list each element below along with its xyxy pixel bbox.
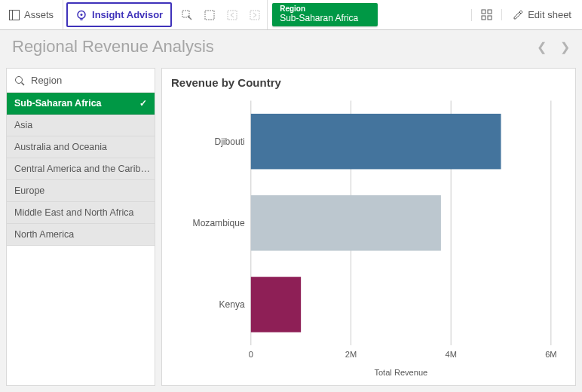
svg-rect-6: [205, 11, 214, 20]
svg-rect-11: [482, 16, 486, 20]
search-icon: [14, 75, 25, 86]
filter-item-label: Central America and the Carib…: [14, 164, 150, 174]
filter-item[interactable]: Middle East and North Africa: [7, 202, 155, 224]
assets-button[interactable]: Assets: [0, 0, 63, 29]
sheet-header: Regional Revenue Analysis ❮ ❯: [0, 30, 582, 63]
svg-rect-10: [488, 10, 492, 14]
selections-tool-icon[interactable]: [202, 8, 217, 23]
step-forward-icon: [247, 8, 262, 23]
assets-label: Assets: [24, 9, 54, 20]
sheet-grid-icon: [481, 9, 493, 21]
filter-item-label: North America: [14, 229, 74, 240]
edit-sheet-label: Edit sheet: [528, 9, 571, 20]
filter-item[interactable]: Asia: [7, 115, 155, 136]
filter-item[interactable]: Central America and the Carib…: [7, 158, 155, 180]
filter-item[interactable]: North America: [7, 224, 155, 246]
chart-title: Revenue by Country: [171, 76, 566, 89]
filter-item-label: Europe: [14, 185, 44, 196]
svg-rect-26: [251, 195, 441, 251]
smart-search-icon[interactable]: [179, 8, 195, 23]
prev-sheet-button[interactable]: ❮: [537, 40, 547, 54]
svg-rect-0: [10, 10, 20, 20]
filter-item-label: Middle East and North Africa: [14, 207, 133, 218]
svg-line-14: [22, 82, 25, 85]
selection-field-label: Region: [280, 5, 370, 13]
svg-rect-24: [251, 114, 501, 170]
insight-icon: [75, 9, 87, 21]
filter-item-label: Asia: [14, 120, 32, 130]
sheet-title: Regional Revenue Analysis: [12, 37, 214, 57]
svg-rect-12: [488, 16, 492, 20]
panel-icon: [9, 10, 20, 20]
svg-text:0: 0: [249, 350, 253, 359]
filter-item-label: Australia and Oceania: [14, 142, 107, 152]
check-icon: ✓: [139, 98, 147, 109]
selection-pill-region[interactable]: Region Sub-Saharan Africa: [272, 3, 378, 26]
step-back-icon: [225, 8, 240, 23]
selection-tools: [175, 0, 268, 29]
sheet-pager: ❮ ❯: [537, 40, 570, 54]
svg-text:6M: 6M: [545, 350, 556, 359]
sheet-grid-button[interactable]: [471, 9, 501, 21]
svg-rect-8: [250, 11, 259, 20]
svg-text:Kenya: Kenya: [219, 299, 245, 310]
edit-sheet-button[interactable]: Edit sheet: [501, 9, 582, 20]
next-sheet-button[interactable]: ❯: [560, 40, 570, 54]
svg-text:Djibouti: Djibouti: [214, 136, 244, 147]
selection-value: Sub-Saharan Africa: [280, 13, 370, 23]
filter-search-row[interactable]: Region: [7, 69, 155, 93]
svg-text:2M: 2M: [345, 350, 357, 359]
svg-point-3: [81, 14, 83, 16]
svg-rect-9: [482, 10, 486, 14]
chart-plot[interactable]: 02M4M6MTotal RevenueDjiboutiMozambiqueKe…: [171, 92, 566, 383]
filter-item[interactable]: Australia and Oceania: [7, 136, 155, 158]
insight-advisor-button[interactable]: Insight Advisor: [66, 2, 172, 27]
svg-text:4M: 4M: [445, 350, 456, 359]
svg-text:Mozambique: Mozambique: [193, 218, 245, 228]
filter-item[interactable]: Sub-Saharan Africa✓: [7, 93, 155, 115]
chart-card: Revenue by Country 02M4M6MTotal RevenueD…: [161, 68, 576, 386]
filter-list: Sub-Saharan Africa✓AsiaAustralia and Oce…: [7, 93, 155, 246]
insight-label: Insight Advisor: [92, 9, 163, 20]
svg-rect-28: [251, 277, 301, 332]
filter-field-name: Region: [31, 75, 62, 86]
filter-item-label: Sub-Saharan Africa: [14, 98, 102, 109]
svg-text:Total Revenue: Total Revenue: [374, 368, 427, 377]
filter-item[interactable]: Europe: [7, 180, 155, 202]
top-toolbar: Assets Insight Advisor Region Sub-Sahara…: [0, 0, 582, 30]
svg-point-13: [16, 76, 23, 83]
pencil-icon: [513, 10, 523, 20]
svg-rect-7: [228, 11, 237, 20]
filter-pane: Region Sub-Saharan Africa✓AsiaAustralia …: [6, 68, 155, 386]
